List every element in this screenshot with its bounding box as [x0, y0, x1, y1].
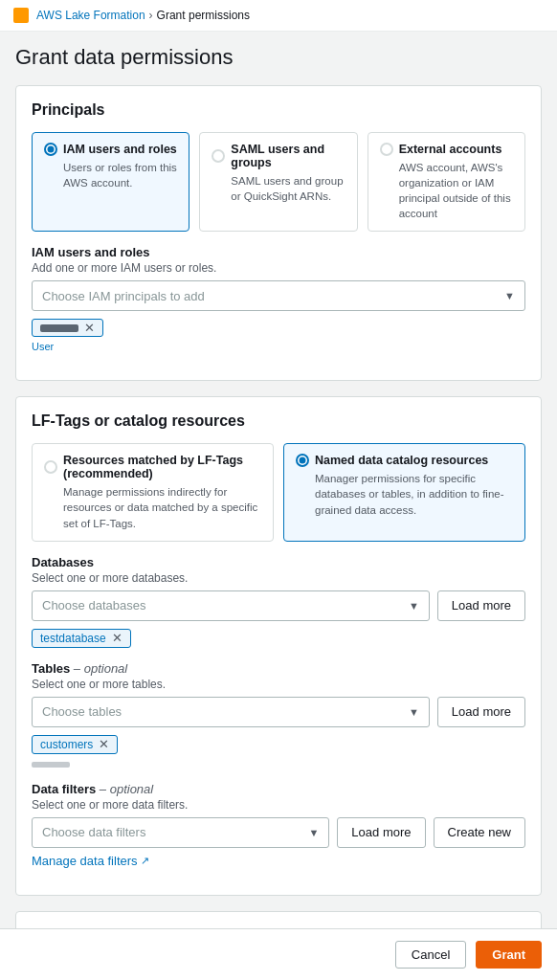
user-tag-sub-label: User	[32, 341, 54, 352]
iam-principal-select[interactable]: Choose IAM principals to add ▼	[32, 280, 525, 311]
iam-field-hint: Add one or more IAM users or roles.	[32, 261, 525, 275]
data-filters-select[interactable]: Choose data filters ▼	[32, 817, 329, 848]
user-tag-label	[40, 324, 78, 332]
customers-tag-close-icon[interactable]: ✕	[99, 738, 109, 750]
saml-option-label: SAML users and groups	[231, 143, 345, 169]
breadcrumb-separator: ›	[149, 9, 153, 22]
iam-option-label: IAM users and roles	[63, 143, 177, 156]
saml-option-desc: SAML users and group or QuickSight ARNs.	[212, 173, 345, 204]
principals-external-option[interactable]: External accounts AWS account, AWS's org…	[368, 132, 525, 232]
lf-tags-radio-circle	[44, 460, 57, 474]
data-filters-create-new-button[interactable]: Create new	[434, 817, 525, 848]
data-filters-dropdown-icon: ▼	[308, 827, 319, 838]
testdatabase-tag-close-icon[interactable]: ✕	[112, 632, 123, 644]
principals-section: Principals IAM users and roles Users or …	[15, 85, 542, 381]
saml-radio-circle	[212, 149, 225, 163]
databases-label: Databases	[32, 555, 525, 569]
iam-dropdown-arrow-icon: ▼	[504, 290, 515, 301]
iam-placeholder: Choose IAM principals to add	[42, 289, 205, 303]
tables-select[interactable]: Choose tables ▼	[32, 697, 430, 727]
user-tag[interactable]: ✕	[32, 319, 103, 337]
lf-tags-matched-option[interactable]: Resources matched by LF-Tags (recommende…	[32, 443, 274, 541]
databases-placeholder: Choose databases	[42, 598, 145, 612]
grant-button[interactable]: Grant	[476, 941, 542, 969]
lf-tags-section: LF-Tags or catalog resources Resources m…	[15, 396, 542, 895]
databases-field-section: Databases Select one or more databases. …	[32, 555, 525, 650]
lf-tags-option-desc: Manage permissions indirectly for resour…	[44, 484, 261, 530]
named-catalog-option[interactable]: Named data catalog resources Manager per…	[283, 443, 525, 541]
data-filters-hint: Select one or more data filters.	[32, 798, 525, 812]
principals-iam-option[interactable]: IAM users and roles Users or roles from …	[32, 132, 189, 232]
cancel-button[interactable]: Cancel	[395, 941, 466, 969]
databases-hint: Select one or more databases.	[32, 571, 525, 585]
aws-logo-icon	[13, 8, 29, 23]
external-link-icon: ↗	[141, 855, 149, 867]
iam-select-wrapper: Choose IAM principals to add ▼	[32, 280, 525, 311]
principals-radio-group: IAM users and roles Users or roles from …	[32, 132, 525, 232]
breadcrumb-service-link[interactable]: AWS Lake Formation	[36, 9, 145, 22]
databases-load-more-button[interactable]: Load more	[437, 590, 525, 621]
manage-data-filters-link[interactable]: Manage data filters ↗	[32, 854, 149, 868]
tables-select-wrapper: Choose tables ▼ Load more	[32, 697, 525, 727]
iam-radio-circle	[44, 143, 57, 156]
principals-saml-option[interactable]: SAML users and groups SAML users and gro…	[199, 132, 357, 232]
breadcrumb-current: Grant permissions	[157, 9, 250, 22]
lf-tags-section-title: LF-Tags or catalog resources	[32, 412, 525, 430]
tables-field-section: Tables – optional Select one or more tab…	[32, 661, 525, 770]
tables-hint: Select one or more tables.	[32, 678, 525, 691]
databases-select[interactable]: Choose databases ▼	[32, 590, 430, 621]
testdatabase-tag[interactable]: testdatabase ✕	[32, 629, 131, 648]
databases-select-wrapper: Choose databases ▼ Load more	[32, 590, 525, 621]
iam-field-section: IAM users and roles Add one or more IAM …	[32, 245, 525, 353]
named-option-label: Named data catalog resources	[315, 454, 488, 467]
data-filters-select-wrapper: Choose data filters ▼ Load more Create n…	[32, 817, 525, 848]
iam-option-desc: Users or roles from this AWS account.	[44, 160, 177, 190]
data-filters-placeholder: Choose data filters	[42, 825, 145, 839]
external-radio-circle	[380, 143, 393, 156]
principals-section-title: Principals	[32, 101, 525, 119]
external-option-desc: AWS account, AWS's organization or IAM p…	[380, 160, 513, 221]
data-filters-field-section: Data filters – optional Select one or mo…	[32, 782, 525, 868]
lf-tags-option-label: Resources matched by LF-Tags (recommende…	[63, 454, 261, 480]
external-option-label: External accounts	[399, 143, 502, 156]
customers-tag-label: customers	[40, 738, 93, 751]
tables-dropdown-icon: ▼	[409, 706, 419, 718]
tables-label: Tables – optional	[32, 661, 525, 676]
user-tag-close-icon[interactable]: ✕	[84, 322, 95, 334]
page-title: Grant data permissions	[15, 45, 542, 70]
tables-load-more-button[interactable]: Load more	[437, 697, 525, 727]
testdatabase-tag-container: testdatabase ✕	[32, 627, 525, 650]
breadcrumb: AWS Lake Formation › Grant permissions	[0, 0, 557, 32]
footer-bar: Cancel Grant	[0, 928, 557, 980]
data-filters-label: Data filters – optional	[32, 782, 525, 796]
data-filters-optional-text: – optional	[100, 782, 153, 796]
named-option-desc: Manager permissions for specific databas…	[296, 471, 513, 517]
testdatabase-tag-label: testdatabase	[40, 632, 106, 645]
databases-dropdown-icon: ▼	[409, 600, 419, 612]
tables-placeholder: Choose tables	[42, 704, 122, 719]
customers-tag[interactable]: customers ✕	[32, 735, 118, 754]
tables-optional-text: – optional	[74, 661, 127, 676]
customers-tag-container: customers ✕	[32, 733, 525, 770]
iam-field-label: IAM users and roles	[32, 245, 525, 259]
data-filters-load-more-button[interactable]: Load more	[337, 817, 425, 848]
user-tag-container: ✕ User	[32, 317, 525, 353]
lf-tags-radio-group: Resources matched by LF-Tags (recommende…	[32, 443, 525, 541]
named-radio-circle	[296, 454, 309, 467]
